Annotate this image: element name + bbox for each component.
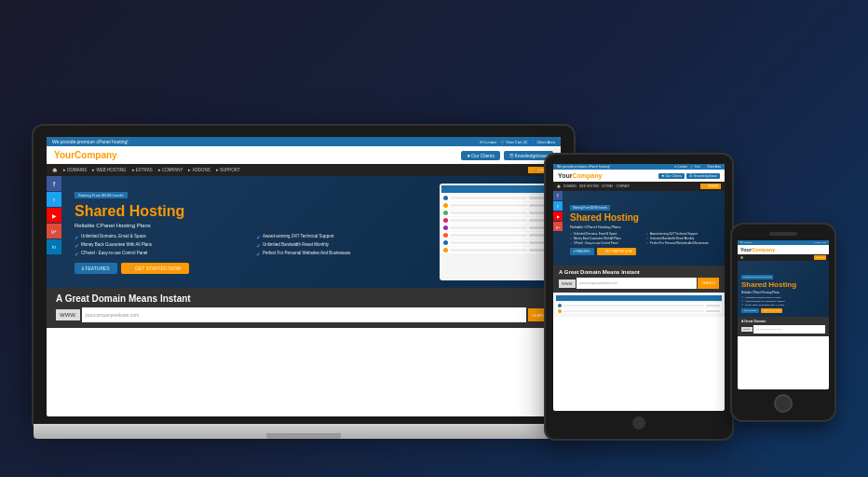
- tablet-dot-2: [558, 309, 562, 313]
- laptop-device: We provide premium cPanel hosting! ✉ Con…: [34, 126, 574, 439]
- tablet-panel-r2: [556, 308, 722, 313]
- tablet-contact[interactable]: ✉ Contact: [674, 165, 687, 169]
- laptop-starting-price: Starting From $9.99 /month: [75, 192, 128, 198]
- tablet-topbar-links: ✉ Contact 🛒 Cart 👤 Client Area: [674, 165, 721, 169]
- phone-outer: ✉ Contact 👤 Client Area YourCompany 🏠 OR…: [732, 225, 834, 420]
- phone-feat-1: ✔Unlimited Domains, Email & Space: [741, 296, 825, 299]
- tablet-client[interactable]: 👤 Client Area: [702, 165, 721, 169]
- laptop-panel-line-3: [450, 211, 527, 214]
- tablet-nav-domains[interactable]: DOMAINS: [563, 184, 576, 188]
- tablet-tw[interactable]: t: [553, 201, 563, 211]
- laptop-panel-dot-1: [443, 196, 448, 200]
- tablet-order-btn[interactable]: 🛒 ORDER: [700, 184, 721, 189]
- phone-order-btn[interactable]: ORDER: [814, 255, 826, 260]
- laptop-gp-icon[interactable]: g+: [47, 224, 61, 238]
- laptop-panel-mockup: [440, 184, 551, 280]
- tablet-device: We provide premium cPanel hosting! ✉ Con…: [546, 155, 732, 439]
- laptop-panel-short-6: [529, 234, 548, 237]
- phone-screen: ✉ Contact 👤 Client Area YourCompany 🏠 OR…: [738, 240, 829, 389]
- laptop-cart-link[interactable]: 🛒 View Cart (0): [500, 140, 527, 144]
- laptop-domain-title: A Great Domain Means Instant: [56, 293, 551, 304]
- tablet-cart[interactable]: 🛒 Cart: [690, 165, 700, 169]
- laptop-promo-text: We provide premium cPanel hosting!: [52, 139, 129, 144]
- laptop-domain-section: A Great Domain Means Instant WWW. yourco…: [47, 288, 561, 328]
- laptop-nav-company[interactable]: ▸ COMPANY: [158, 168, 183, 172]
- laptop-clients-btn[interactable]: ★ Our Clients: [461, 151, 500, 160]
- laptop-nav-domains[interactable]: ▸ DOMAINS: [63, 168, 87, 172]
- laptop-feature-3: ✔Money Back Guarantee With All Plans: [75, 242, 251, 249]
- laptop-nav-home[interactable]: 🏠: [52, 168, 58, 172]
- tablet-feat-2: ✔Award-winning 24/7 Technical Support: [646, 232, 719, 236]
- laptop-nav-support[interactable]: ▸ SUPPORT: [216, 168, 240, 172]
- tablet-nav-home[interactable]: 🏠: [557, 184, 561, 188]
- laptop-nav-extras[interactable]: ▸ EXTRAS: [132, 168, 153, 172]
- phone-speaker: [769, 232, 797, 236]
- laptop-domain-input[interactable]: yourcompanywebsite.com: [82, 307, 526, 322]
- laptop-feature-6: ✔Perfect For Personal Websites And Busin…: [256, 251, 432, 257]
- laptop-panel-dot-6: [443, 233, 448, 238]
- laptop-panel-row-2: [441, 202, 549, 209]
- phone-hero-title: Shared Hosting: [741, 281, 825, 290]
- laptop-panel-dot-7: [443, 240, 448, 245]
- laptop-panel-short-5: [529, 226, 548, 229]
- tablet-gp[interactable]: g+: [553, 222, 563, 231]
- phone-hero: Starting From $9.99 /month Shared Hostin…: [738, 261, 829, 317]
- laptop-nav: 🏠 ▸ DOMAINS ▸ WEB HOSTING ▸ EXTRAS ▸ COM…: [47, 164, 561, 176]
- laptop-nav-hosting[interactable]: ▸ WEB HOSTING: [92, 168, 126, 172]
- tablet-starting: Starting From $9.99 /month: [570, 205, 610, 211]
- laptop-panel-line-7: [450, 241, 527, 244]
- tablet-domain-section: A Great Domain Means Instant WWW. yourco…: [553, 266, 725, 293]
- laptop-features-btn[interactable]: ℹ FEATURES: [75, 263, 117, 274]
- tablet-header-btns: ★ Our Clients ☰ Knowledgebase: [658, 173, 720, 179]
- laptop-topbar-links: ✉ Contact 🛒 View Cart (0) 👤 Client Area: [480, 140, 555, 144]
- tablet-yt[interactable]: ▶: [553, 211, 563, 221]
- laptop-panel-inner: [440, 184, 551, 280]
- phone-started-btn[interactable]: GET STARTED: [761, 308, 782, 313]
- laptop-panel-short-7: [529, 241, 548, 244]
- laptop-fb-icon[interactable]: f: [47, 176, 61, 191]
- laptop-panel-line-1: [450, 197, 527, 199]
- laptop-panel-row-3: [441, 210, 549, 216]
- scene: We provide premium cPanel hosting! ✉ Con…: [15, 10, 853, 467]
- tablet-search-btn[interactable]: SEARCH: [698, 278, 719, 289]
- tablet-hero-title: Shared Hosting: [570, 212, 719, 223]
- phone-header: YourCompany: [738, 245, 829, 254]
- phone-device: ✉ Contact 👤 Client Area YourCompany 🏠 OR…: [732, 225, 834, 420]
- laptop-li-icon[interactable]: in: [47, 239, 61, 254]
- phone-nav-home[interactable]: 🏠: [740, 256, 743, 259]
- tablet-fb[interactable]: f: [553, 191, 563, 200]
- laptop-feature-2: ✔Award-winning 24/7 Technical Support: [256, 234, 432, 240]
- phone-home-button[interactable]: [774, 394, 793, 413]
- tablet-nav-hosting[interactable]: WEB HOSTING: [579, 184, 599, 188]
- tablet-nav-company[interactable]: COMPANY: [616, 184, 630, 188]
- phone-logo: YourCompany: [740, 247, 775, 252]
- phone-domain-input[interactable]: yourcompanywebsite.com: [753, 325, 825, 334]
- tablet-nav-extras[interactable]: EXTRAS: [602, 184, 613, 188]
- laptop-panel-row-5: [441, 225, 549, 231]
- laptop-nav-addons[interactable]: ▸ ADDONS: [188, 168, 210, 172]
- phone-starting: Starting From $9.99 /month: [741, 275, 773, 279]
- laptop-tw-icon[interactable]: t: [47, 192, 61, 207]
- tablet-line-1: [563, 305, 704, 307]
- tablet-home-button[interactable]: [632, 416, 645, 429]
- tablet-knowledge-btn[interactable]: ☰ Knowledgebase: [686, 173, 720, 179]
- tablet-domain-input[interactable]: yourcompanywebsite.com: [576, 278, 697, 289]
- laptop-started-btn[interactable]: 🛒 GET STARTED NOW!: [121, 263, 189, 274]
- phone-features-btn[interactable]: FEATURES: [741, 308, 759, 313]
- tablet-logo: YourCompany: [558, 172, 602, 179]
- tablet-features-btn[interactable]: ℹ FEATURES: [570, 248, 594, 255]
- laptop-contact-link[interactable]: ✉ Contact: [480, 140, 496, 144]
- laptop-hero-title: Shared Hosting: [75, 202, 432, 220]
- tablet-clients-btn[interactable]: ★ Our Clients: [658, 173, 685, 179]
- tablet-outer: We provide premium cPanel hosting! ✉ Con…: [546, 155, 732, 439]
- tablet-hero-btns: ℹ FEATURES 🛒 GET STARTED NOW!: [570, 248, 719, 255]
- tablet-feat-1: ✔Unlimited Domains, Email & Space: [570, 232, 643, 236]
- laptop-yt-icon[interactable]: ▶: [47, 208, 61, 223]
- laptop-panel-dot-5: [443, 225, 448, 230]
- tablet-started-btn[interactable]: 🛒 GET STARTED NOW!: [597, 248, 637, 255]
- laptop-feature-5: ✔CPanel - Easy-to-use Control Panel: [75, 251, 251, 257]
- tablet-feat-4: ✔Unlimited Bandwidth Reset Monthly: [646, 237, 719, 240]
- tablet-promo: We provide premium cPanel hosting!: [557, 165, 610, 169]
- phone-feat-2: ✔Award-winning 24/7 Technical Support: [741, 300, 825, 303]
- laptop-client-link[interactable]: 👤 Client Area: [531, 140, 555, 144]
